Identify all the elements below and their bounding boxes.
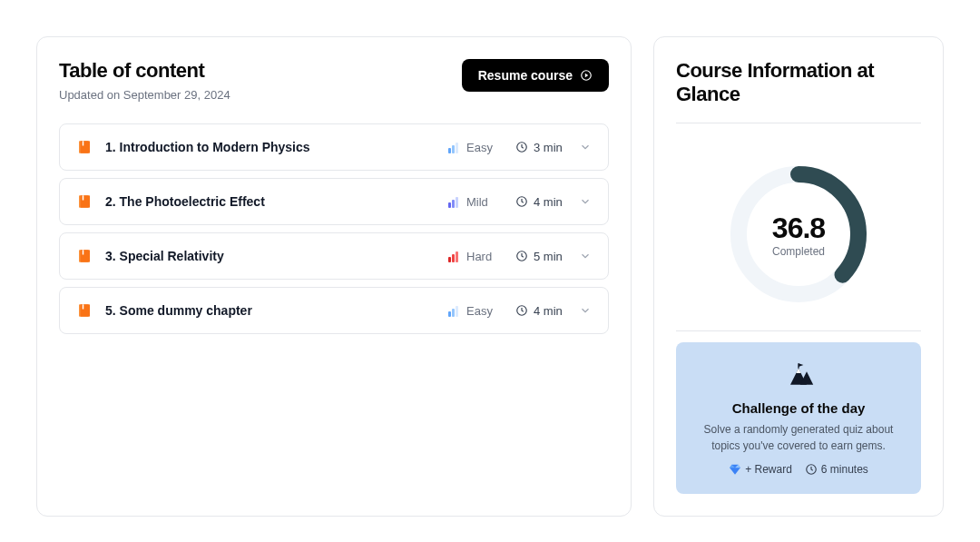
svg-rect-4 (83, 141, 84, 145)
progress-value: 36.8 (772, 212, 825, 245)
clock-icon (515, 304, 528, 317)
duration-label: 3 min (534, 141, 563, 154)
reward-label: + Reward (745, 463, 792, 476)
chapter-item[interactable]: 1. Introduction to Modern Physics Easy 3… (59, 123, 609, 171)
svg-rect-16 (83, 304, 84, 309)
clock-icon (515, 250, 528, 262)
chapter-difficulty: Hard (448, 250, 503, 263)
chevron-down-icon (579, 304, 592, 317)
clock-icon (515, 195, 528, 208)
gem-icon (729, 463, 741, 476)
challenge-title: Challenge of the day (692, 400, 905, 416)
resume-course-label: Resume course (478, 68, 573, 83)
chapter-title: 5. Some dummy chapter (105, 303, 436, 318)
svg-marker-1 (585, 74, 589, 78)
difficulty-label: Easy (466, 141, 493, 154)
book-icon (76, 139, 93, 155)
play-circle-icon (580, 69, 593, 82)
challenge-description: Solve a randomly generated quiz about to… (692, 421, 905, 454)
divider (676, 123, 921, 123)
progress-wrap: 36.8 Completed (676, 134, 921, 325)
chevron-down-icon (579, 141, 592, 153)
chapter-item[interactable]: 3. Special Relativity Hard 5 min (59, 232, 609, 280)
chapter-item[interactable]: 2. The Photoelectric Effect Mild 4 min (59, 178, 609, 225)
svg-marker-24 (799, 363, 803, 367)
chapter-difficulty: Easy (448, 141, 503, 154)
progress-label: Completed (772, 245, 825, 258)
challenge-reward: + Reward (729, 463, 792, 476)
challenge-footer: + Reward 6 minutes (692, 463, 905, 476)
difficulty-label: Easy (466, 304, 493, 318)
challenge-card[interactable]: Challenge of the day Solve a randomly ge… (676, 342, 921, 494)
chapter-item[interactable]: 5. Some dummy chapter Easy 4 min (59, 287, 609, 334)
difficulty-bars-icon (448, 141, 461, 153)
info-title: Course Information at Glance (676, 59, 921, 106)
svg-rect-12 (83, 250, 84, 254)
resume-course-button[interactable]: Resume course (462, 59, 609, 92)
duration-label: 5 min (534, 250, 563, 263)
svg-rect-7 (81, 195, 91, 208)
svg-rect-3 (81, 141, 91, 153)
chapter-title: 3. Special Relativity (105, 249, 436, 263)
toc-title: Table of content (59, 59, 230, 83)
chapter-difficulty: Easy (448, 304, 503, 318)
challenge-time: 6 minutes (805, 463, 868, 476)
difficulty-label: Hard (466, 250, 492, 263)
chapter-duration: 4 min (515, 195, 566, 209)
svg-rect-8 (83, 195, 84, 200)
chapter-difficulty: Mild (448, 195, 503, 209)
toc-header: Table of content Updated on September 29… (59, 59, 609, 102)
chapter-list: 1. Introduction to Modern Physics Easy 3… (59, 123, 609, 334)
toc-updated: Updated on September 29, 2024 (59, 88, 230, 102)
challenge-time-label: 6 minutes (821, 463, 868, 476)
svg-marker-22 (796, 369, 800, 373)
chapter-duration: 5 min (515, 250, 566, 263)
divider (676, 330, 921, 331)
chapter-duration: 3 min (515, 141, 566, 154)
chapter-duration: 4 min (515, 304, 566, 318)
progress-circle: 36.8 Completed (726, 162, 871, 307)
svg-rect-15 (81, 304, 91, 317)
clock-icon (805, 463, 818, 476)
duration-label: 4 min (534, 304, 563, 318)
book-icon (76, 302, 93, 319)
book-icon (76, 193, 93, 210)
chapter-title: 1. Introduction to Modern Physics (105, 140, 436, 154)
toc-panel: Table of content Updated on September 29… (36, 36, 632, 517)
difficulty-label: Mild (466, 195, 488, 209)
difficulty-bars-icon (448, 250, 461, 262)
mountain-icon (782, 360, 815, 388)
clock-icon (515, 141, 528, 153)
difficulty-bars-icon (448, 304, 461, 317)
duration-label: 4 min (534, 195, 563, 209)
chevron-down-icon (579, 250, 592, 262)
chevron-down-icon (579, 195, 592, 208)
svg-rect-11 (81, 250, 91, 262)
difficulty-bars-icon (448, 195, 461, 208)
info-panel: Course Information at Glance 36.8 Comple… (653, 36, 944, 517)
book-icon (76, 248, 93, 264)
chapter-title: 2. The Photoelectric Effect (105, 194, 436, 209)
